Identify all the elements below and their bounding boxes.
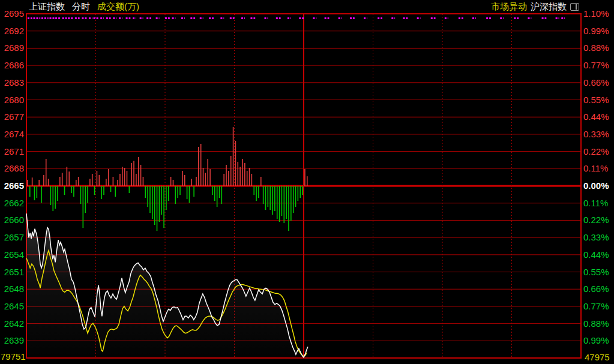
index-name-label: 上证指数 xyxy=(29,1,65,12)
view-mode-label[interactable]: 分时 xyxy=(72,1,90,12)
price-tick-label: 2662 xyxy=(0,198,24,209)
percent-tick-label: 0.77% xyxy=(583,301,613,312)
percent-tick-label: 0.66% xyxy=(583,77,613,88)
price-tick-label: 2686 xyxy=(0,60,24,71)
price-tick-label: 2665 xyxy=(0,181,24,191)
price-tick-label: 2683 xyxy=(0,77,24,88)
percent-tick-label: 0.11% xyxy=(583,163,613,174)
price-area-fill xyxy=(26,213,308,358)
price-tick-label: 2692 xyxy=(0,26,24,37)
price-tick-label: 2660 xyxy=(0,215,24,225)
percent-tick-label: 0.33% xyxy=(583,129,613,140)
percent-tick-label: 0.55% xyxy=(583,267,613,278)
price-tick-label: 2695 xyxy=(0,8,24,19)
price-tick-label: 2645 xyxy=(0,301,24,312)
price-tick-label: 2648 xyxy=(0,284,24,294)
percent-tick-label: 0.11% xyxy=(583,198,613,209)
percent-tick-label: 0.22% xyxy=(583,146,613,157)
volume-scale-right-value: 47975 xyxy=(585,352,614,363)
percent-tick-label: 0.22% xyxy=(583,215,613,225)
percent-tick-label: 0.00% xyxy=(583,181,613,191)
panel-toggle-icon[interactable] xyxy=(570,3,579,11)
price-tick-label: 2674 xyxy=(0,129,24,140)
price-tick-label: 2657 xyxy=(0,232,24,243)
volume-scale-left-value: 79751 xyxy=(1,351,26,362)
percent-tick-label: 0.44% xyxy=(583,112,613,122)
price-tick-label: 2668 xyxy=(0,163,24,174)
percent-tick-label: 0.99% xyxy=(583,335,613,346)
percent-tick-label: 1.10% xyxy=(583,8,613,19)
turnover-axis-label: 成交额(万) xyxy=(97,1,139,12)
percent-tick-label: 0.88% xyxy=(583,43,613,53)
percent-tick-label: 0.55% xyxy=(583,95,613,106)
chart-header-left: 上证指数 分时 成交额(万) xyxy=(29,1,139,12)
percent-tick-label: 0.77% xyxy=(583,60,613,71)
percent-tick-label: 0.99% xyxy=(583,26,613,37)
price-tick-label: 2639 xyxy=(0,335,24,346)
market-alert-tab[interactable]: 市场异动 xyxy=(491,1,527,12)
percent-tick-label: 0.66% xyxy=(583,284,613,294)
percent-tick-label: 0.44% xyxy=(583,249,613,260)
price-tick-label: 2642 xyxy=(0,318,24,329)
percent-tick-label: 0.33% xyxy=(583,232,613,243)
price-tick-label: 2651 xyxy=(0,267,24,278)
price-tick-label: 2654 xyxy=(0,249,24,260)
price-tick-label: 2671 xyxy=(0,146,24,157)
trading-terminal-window: 上证指数 分时 成交额(万) 市场异动 沪深指数 269526922689268… xyxy=(0,0,614,364)
percent-tick-label: 0.88% xyxy=(583,318,613,329)
chart-header-right: 市场异动 沪深指数 xyxy=(491,1,579,12)
hs-index-tab[interactable]: 沪深指数 xyxy=(531,1,567,12)
price-tick-label: 2677 xyxy=(0,112,24,122)
price-tick-label: 2689 xyxy=(0,43,24,53)
price-tick-label: 2680 xyxy=(0,95,24,106)
intraday-chart[interactable] xyxy=(0,0,614,364)
